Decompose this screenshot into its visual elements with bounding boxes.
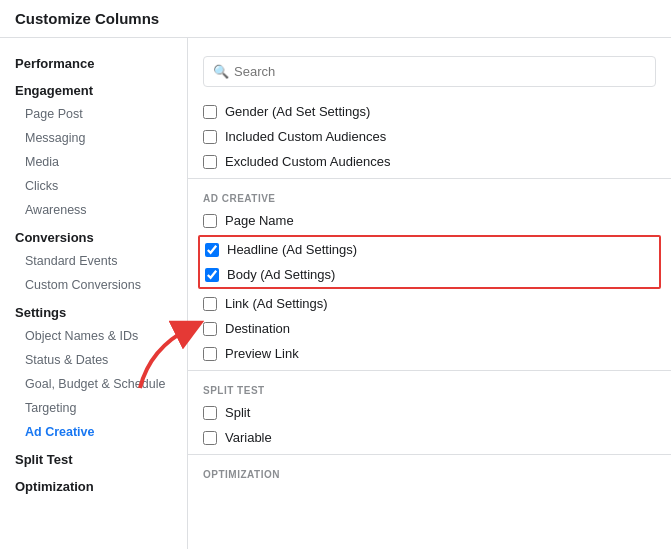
sidebar-item-targeting[interactable]: Targeting	[0, 396, 187, 420]
sidebar-item-status-dates[interactable]: Status & Dates	[0, 348, 187, 372]
sidebar-section-performance[interactable]: Performance	[0, 48, 187, 75]
checkbox-label-excluded-audiences: Excluded Custom Audiences	[225, 154, 390, 169]
sidebar-section-engagement[interactable]: Engagement	[0, 75, 187, 102]
checkbox-headline[interactable]	[205, 243, 219, 257]
checkbox-label-gender: Gender (Ad Set Settings)	[225, 104, 370, 119]
checkbox-body[interactable]	[205, 268, 219, 282]
sidebar-item-standard-events[interactable]: Standard Events	[0, 249, 187, 273]
checkbox-list: Gender (Ad Set Settings)Included Custom …	[188, 99, 671, 174]
sidebar-section-optimization[interactable]: Optimization	[0, 471, 187, 498]
checkbox-label-page-name: Page Name	[225, 213, 294, 228]
sidebar: PerformanceEngagementPage PostMessagingM…	[0, 38, 188, 549]
checkbox-variable[interactable]	[203, 431, 217, 445]
sidebar-section-split-test[interactable]: Split Test	[0, 444, 187, 471]
checkbox-link[interactable]	[203, 297, 217, 311]
checkbox-label-preview-link: Preview Link	[225, 346, 299, 361]
checkbox-row-preview-link: Preview Link	[203, 341, 656, 366]
checkbox-preview-link[interactable]	[203, 347, 217, 361]
sidebar-item-awareness[interactable]: Awareness	[0, 198, 187, 222]
checkbox-row-variable: Variable	[203, 425, 656, 450]
header-title: Customize Columns	[15, 10, 159, 27]
sidebar-section-conversions[interactable]: Conversions	[0, 222, 187, 249]
sidebar-item-clicks[interactable]: Clicks	[0, 174, 187, 198]
checkbox-page-name[interactable]	[203, 214, 217, 228]
checkbox-excluded-audiences[interactable]	[203, 155, 217, 169]
sidebar-item-messaging[interactable]: Messaging	[0, 126, 187, 150]
checkbox-row-destination: Destination	[203, 316, 656, 341]
checkbox-label-headline: Headline (Ad Settings)	[227, 242, 357, 257]
checkbox-row-split: Split	[203, 400, 656, 425]
highlighted-group: Headline (Ad Settings)Body (Ad Settings)	[198, 235, 661, 289]
content-area: 🔍 Gender (Ad Set Settings)Included Custo…	[188, 38, 671, 549]
checkbox-gender[interactable]	[203, 105, 217, 119]
checkbox-destination[interactable]	[203, 322, 217, 336]
checkbox-label-included-audiences: Included Custom Audiences	[225, 129, 386, 144]
checkbox-list: Page Name	[188, 208, 671, 233]
section-label-ad-creative: AD CREATIVE	[188, 183, 671, 208]
checkbox-row-headline: Headline (Ad Settings)	[200, 237, 659, 262]
sidebar-item-goal-budget[interactable]: Goal, Budget & Schedule	[0, 372, 187, 396]
checkbox-list: Link (Ad Settings)DestinationPreview Lin…	[188, 291, 671, 366]
content-body: Gender (Ad Set Settings)Included Custom …	[188, 99, 671, 484]
checkbox-row-page-name: Page Name	[203, 208, 656, 233]
sidebar-item-custom-conversions[interactable]: Custom Conversions	[0, 273, 187, 297]
search-icon: 🔍	[213, 64, 229, 79]
checkbox-row-link: Link (Ad Settings)	[203, 291, 656, 316]
sidebar-item-object-names[interactable]: Object Names & IDs	[0, 324, 187, 348]
checkbox-label-link: Link (Ad Settings)	[225, 296, 328, 311]
sidebar-item-ad-creative[interactable]: Ad Creative	[0, 420, 187, 444]
checkbox-row-body: Body (Ad Settings)	[200, 262, 659, 287]
checkbox-row-gender: Gender (Ad Set Settings)	[203, 99, 656, 124]
sidebar-item-page-post[interactable]: Page Post	[0, 102, 187, 126]
search-bar: 🔍	[188, 48, 671, 99]
checkbox-split[interactable]	[203, 406, 217, 420]
checkbox-label-body: Body (Ad Settings)	[227, 267, 335, 282]
checkbox-label-split: Split	[225, 405, 250, 420]
checkbox-included-audiences[interactable]	[203, 130, 217, 144]
checkbox-label-variable: Variable	[225, 430, 272, 445]
search-input[interactable]	[203, 56, 656, 87]
checkbox-row-excluded-audiences: Excluded Custom Audiences	[203, 149, 656, 174]
checkbox-list: SplitVariable	[188, 400, 671, 450]
section-label-optimization: OPTIMIZATION	[188, 459, 671, 484]
checkbox-label-destination: Destination	[225, 321, 290, 336]
sidebar-item-media[interactable]: Media	[0, 150, 187, 174]
checkbox-row-included-audiences: Included Custom Audiences	[203, 124, 656, 149]
header: Customize Columns	[0, 0, 671, 38]
sidebar-section-settings[interactable]: Settings	[0, 297, 187, 324]
section-label-split-test: SPLIT TEST	[188, 375, 671, 400]
